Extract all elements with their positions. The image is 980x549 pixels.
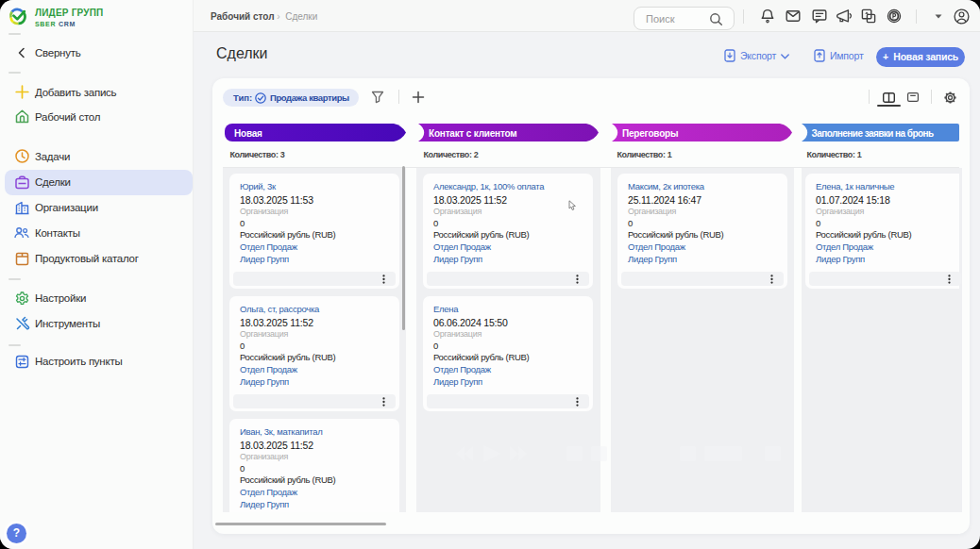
svg-text:Заполнение заявки на бронь: Заполнение заявки на бронь <box>812 128 935 139</box>
svg-text:Переговоры: Переговоры <box>622 128 678 139</box>
svg-text:Новая: Новая <box>234 128 262 139</box>
svg-text:Контакт с клиентом: Контакт с клиентом <box>429 128 517 139</box>
